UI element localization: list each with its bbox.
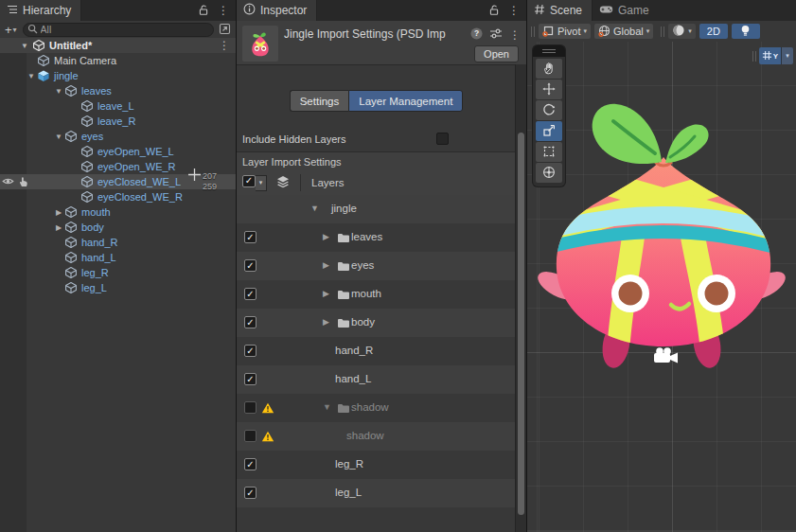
layer-row-leaves[interactable]: ✓▶leaves [237, 223, 516, 252]
inspector-menu-kebab-icon[interactable]: ⋮ [508, 5, 520, 16]
foldout-arrow-icon[interactable]: ▼ [53, 133, 64, 141]
select-all-dropdown-icon[interactable]: ▾ [256, 175, 267, 191]
hierarchy-item-eyeClosed_WE_R[interactable]: eyeClosed_WE_R [0, 189, 236, 204]
pivot-mode-button[interactable]: Pivot ▾ [539, 24, 591, 39]
layer-row-body[interactable]: ✓▶body [237, 309, 516, 337]
layers-stack-icon[interactable] [275, 175, 291, 190]
global-space-button[interactable]: Global ▾ [594, 24, 653, 39]
grid-toggle-button[interactable]: Y [759, 47, 781, 64]
layer-checkbox[interactable]: ✓ [244, 288, 256, 300]
hierarchy-item-jingle[interactable]: ▼jingle [0, 68, 236, 83]
layer-row-eyes[interactable]: ✓▶eyes [237, 252, 516, 280]
layer-checkbox[interactable]: ✓ [244, 487, 256, 499]
layer-checkbox[interactable]: ✓ [244, 316, 256, 328]
hierarchy-search-field[interactable] [23, 23, 214, 37]
foldout-arrow-icon[interactable]: ▶ [323, 232, 329, 241]
hierarchy-item-leaves[interactable]: ▼leaves [0, 83, 236, 98]
rect-tool-button[interactable] [536, 142, 562, 162]
foldout-arrow-icon[interactable]: ▶ [323, 317, 329, 327]
shading-mode-button[interactable]: ▾ [668, 24, 696, 39]
hierarchy-item-Main Camera[interactable]: Main Camera [0, 53, 236, 68]
hierarchy-item-leg_L[interactable]: leg_L [0, 280, 236, 295]
hierarchy-item-leave_R[interactable]: leave_R [0, 114, 236, 129]
window-popout-icon[interactable] [219, 23, 231, 37]
grid-hash-icon [534, 4, 545, 18]
layer-row-hand_L[interactable]: ✓hand_L [237, 365, 516, 394]
layer-checkbox[interactable] [244, 430, 256, 442]
scale-tool-button[interactable] [536, 121, 562, 141]
toolbar-grip-handle[interactable] [531, 27, 535, 37]
hierarchy-menu-kebab-icon[interactable]: ⋮ [218, 5, 229, 16]
tab-layer-management[interactable]: Layer Management [348, 90, 463, 112]
include-hidden-layers-checkbox[interactable] [436, 133, 449, 145]
move-tool-button[interactable] [536, 80, 562, 99]
foldout-arrow-icon[interactable]: ▶ [53, 223, 64, 232]
hand-tool-button[interactable] [536, 59, 562, 79]
hierarchy-item-body[interactable]: ▶body [0, 220, 236, 235]
toolbar-grip-handle[interactable] [661, 27, 664, 37]
layer-checkbox[interactable]: ✓ [244, 458, 256, 470]
tab-game[interactable]: Game [593, 0, 659, 21]
hierarchy-item-hand_R[interactable]: hand_R [0, 235, 236, 250]
scene-header-row[interactable]: ▼ Untitled* ⋮ [0, 38, 236, 53]
pickability-hand-icon[interactable] [17, 175, 29, 189]
tab-scene[interactable]: Scene [527, 0, 593, 21]
hierarchy-item-label: hand_R [81, 237, 118, 248]
hierarchy-list-icon [7, 4, 18, 17]
rotate-tool-button[interactable] [536, 100, 562, 120]
layer-checkbox[interactable]: ✓ [244, 373, 256, 385]
transform-tool-button[interactable] [536, 163, 562, 183]
presets-icon[interactable] [489, 27, 503, 42]
hierarchy-item-mouth[interactable]: ▶mouth [0, 204, 236, 220]
layer-row-shadow[interactable]: ▼shadow [237, 394, 516, 422]
inspector-scrollbar-track[interactable] [515, 64, 526, 532]
hierarchy-item-leg_R[interactable]: leg_R [0, 265, 236, 280]
hierarchy-item-leave_L[interactable]: leave_L [0, 98, 236, 114]
hierarchy-item-eyes[interactable]: ▼eyes [0, 129, 236, 144]
layer-row-shadow[interactable]: shadow [237, 422, 516, 451]
foldout-arrow-icon[interactable]: ▼ [53, 87, 64, 96]
search-input[interactable] [41, 24, 209, 35]
scene-menu-kebab-icon[interactable]: ⋮ [219, 40, 230, 51]
grid-options-dropdown[interactable]: ▾ [781, 47, 793, 64]
foldout-arrow-icon[interactable]: ▶ [53, 208, 64, 217]
overlay-grip-handle[interactable] [752, 51, 756, 62]
tab-inspector[interactable]: Inspector [237, 0, 317, 21]
foldout-arrow-icon[interactable]: ▼ [310, 204, 319, 213]
inspector-scrollbar-thumb[interactable] [518, 133, 524, 515]
layer-row-hand_R[interactable]: ✓hand_R [237, 337, 516, 365]
hierarchy-item-hand_L[interactable]: hand_L [0, 250, 236, 265]
layer-checkbox[interactable]: ✓ [244, 345, 256, 357]
help-icon[interactable]: ? [470, 27, 483, 42]
create-object-button[interactable]: +▾ [0, 23, 21, 37]
tab-hierarchy[interactable]: Hierarchy [0, 0, 81, 21]
foldout-arrow-icon[interactable]: ▶ [323, 260, 329, 270]
overlay-drag-handle[interactable] [533, 45, 565, 57]
hierarchy-item-label: eyeOpen_WE_R [97, 161, 176, 172]
layer-row-mouth[interactable]: ✓▶mouth [237, 280, 516, 309]
asset-menu-kebab-icon[interactable]: ⋮ [509, 29, 521, 41]
foldout-arrow-icon[interactable]: ▼ [26, 72, 37, 80]
layer-checkbox[interactable]: ✓ [244, 231, 256, 243]
hierarchy-toolbar: +▾ [0, 21, 236, 39]
lock-icon[interactable] [198, 4, 209, 18]
layer-checkbox[interactable]: ✓ [244, 259, 256, 272]
layer-checkbox[interactable] [244, 401, 256, 414]
foldout-arrow-icon[interactable]: ▼ [21, 42, 28, 50]
layer-row-leg_R[interactable]: ✓leg_R [237, 451, 516, 479]
layer-row-leg_L[interactable]: ✓leg_L [237, 479, 516, 507]
2d-mode-toggle[interactable]: 2D [699, 24, 728, 39]
open-button[interactable]: Open [474, 45, 519, 62]
scene-viewport[interactable]: Y ▾ [527, 42, 796, 532]
foldout-arrow-icon[interactable]: ▶ [323, 289, 329, 298]
foldout-arrow-icon[interactable]: ▼ [323, 402, 331, 412]
scene-lighting-toggle[interactable] [732, 24, 760, 39]
hierarchy-item-eyeOpen_WE_L[interactable]: eyeOpen_WE_L [0, 144, 236, 159]
layer-row-jingle[interactable]: ▼jingle [237, 195, 516, 223]
tab-settings[interactable]: Settings [290, 90, 349, 112]
lock-icon[interactable] [488, 4, 500, 18]
select-all-layers-checkbox[interactable]: ✓ [242, 175, 256, 187]
cube-icon [80, 160, 95, 173]
cube-icon [64, 236, 79, 249]
visibility-eye-icon[interactable] [2, 175, 14, 189]
